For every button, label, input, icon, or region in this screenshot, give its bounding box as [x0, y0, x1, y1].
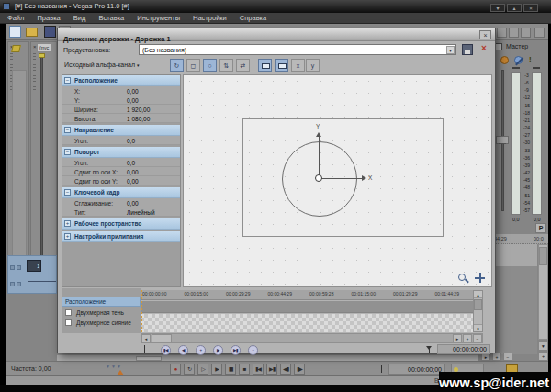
- property-group-header[interactable]: −Направление: [62, 125, 180, 136]
- track-fx-icon[interactable]: [10, 282, 15, 286]
- dialog-titlebar[interactable]: Движение дорожки - Дорожка 1 ×: [58, 28, 495, 41]
- keyframe-ruler[interactable]: 00:00:00:0000:00:15:0000:00:29:2900:00:4…: [141, 290, 473, 300]
- timeline-ruler-fragment[interactable]: 44:29 00:0: [493, 234, 548, 244]
- play-button[interactable]: ▶: [211, 364, 222, 375]
- close-button[interactable]: ×: [523, 4, 538, 12]
- scrollbar-thumb[interactable]: [474, 299, 482, 310]
- snap-y-icon[interactable]: y: [306, 59, 320, 72]
- collapse-toggle-icon[interactable]: +: [64, 233, 71, 240]
- effect-checkbox-row[interactable]: Двухмерное сияние: [62, 318, 141, 328]
- property-group-header[interactable]: −Расположение: [62, 75, 180, 86]
- delete-keyframe-button[interactable]: −: [248, 345, 258, 355]
- track-header[interactable]: 1: [7, 255, 57, 294]
- mixer-downmix-icon[interactable]: [534, 28, 545, 38]
- record-button[interactable]: ●: [170, 364, 181, 375]
- menu-item-справка[interactable]: Справка: [240, 14, 266, 22]
- new-project-icon[interactable]: [9, 26, 21, 38]
- property-value[interactable]: 0,00: [127, 88, 139, 95]
- solo-icon[interactable]: !: [529, 55, 532, 63]
- master-fader-handle[interactable]: [496, 136, 509, 144]
- dock-grip[interactable]: [33, 53, 36, 90]
- zoom-in-icon[interactable]: +: [463, 334, 472, 342]
- marker-icons[interactable]: ▼▼▼: [106, 364, 122, 369]
- last-keyframe-button[interactable]: ▶▮: [231, 345, 241, 355]
- mixer-insert-bus-icon[interactable]: [509, 28, 519, 38]
- collapse-toggle-icon[interactable]: −: [64, 149, 71, 155]
- menu-item-настройки[interactable]: Настройки: [193, 14, 227, 22]
- dock-fader-handle[interactable]: [39, 53, 45, 58]
- menu-item-правка[interactable]: Правка: [37, 14, 60, 22]
- prevent-scaling-icon[interactable]: ⇅: [219, 59, 233, 72]
- scroll-right-icon[interactable]: ▸: [453, 334, 462, 342]
- zoom-out-time-icon[interactable]: −: [503, 353, 512, 361]
- dock-fader-track[interactable]: [40, 55, 43, 263]
- go-to-start-button[interactable]: ▮◀: [253, 364, 264, 375]
- keyframe-cursor-line[interactable]: [141, 290, 142, 332]
- lock-aspect-ratio-icon[interactable]: [258, 59, 272, 72]
- previous-keyframe-button[interactable]: ◀: [178, 345, 188, 355]
- keyframe-vertical-scrollbar[interactable]: ▴ ▾: [473, 290, 483, 332]
- scale-about-center-icon[interactable]: [275, 59, 288, 72]
- collapse-toggle-icon[interactable]: −: [64, 189, 71, 196]
- property-value[interactable]: 0,00: [127, 169, 139, 175]
- scroll-left-icon[interactable]: ◂: [141, 334, 151, 342]
- timeline-vertical-scrollbar[interactable]: [538, 244, 548, 340]
- property-group-header[interactable]: −Поворот: [62, 147, 180, 158]
- play-from-start-button[interactable]: ▷: [197, 364, 208, 375]
- clip-indicator[interactable]: [512, 67, 520, 69]
- prevent-rotation-icon[interactable]: ⇄: [236, 59, 250, 72]
- checkbox[interactable]: [65, 309, 72, 316]
- chevron-down-icon[interactable]: ▾: [446, 46, 455, 54]
- collapse-toggle-icon[interactable]: −: [64, 127, 71, 133]
- keyframe-track[interactable]: [141, 301, 473, 313]
- prevent-movement-icon[interactable]: ○: [203, 59, 217, 72]
- source-alpha-dropdown[interactable]: Исходный альфа-канал ▾: [62, 60, 142, 71]
- step-back-button[interactable]: ◀▮: [280, 364, 291, 375]
- property-value[interactable]: 1 080,00: [127, 116, 150, 122]
- gear-icon[interactable]: [500, 56, 509, 64]
- collapse-toggle-icon[interactable]: +: [64, 220, 71, 227]
- track-thumbnail[interactable]: 1: [27, 260, 41, 272]
- track-mute-icon[interactable]: [10, 265, 15, 270]
- keyframe-track-alpha[interactable]: [141, 314, 473, 332]
- menu-item-инструменты[interactable]: Инструменты: [137, 14, 180, 22]
- stop-button[interactable]: ■: [239, 364, 250, 375]
- motion-canvas[interactable]: Y X: [183, 74, 492, 287]
- snap-x-icon[interactable]: x: [291, 59, 305, 72]
- sync-cursor-icon[interactable]: [144, 345, 152, 353]
- property-value[interactable]: Линейный: [127, 209, 155, 216]
- property-value[interactable]: 0,0: [127, 160, 135, 166]
- scroll-down-icon[interactable]: ▾: [474, 324, 482, 331]
- zoom-in-time-icon[interactable]: +: [492, 353, 501, 361]
- property-value[interactable]: 0,00: [127, 200, 139, 207]
- open-project-icon[interactable]: [26, 28, 38, 37]
- scrollbar-thumb[interactable]: [539, 247, 547, 265]
- magnifier-icon[interactable]: [458, 274, 466, 281]
- property-group-header[interactable]: −Ключевой кадр: [62, 187, 180, 198]
- tool-pen-icon[interactable]: [11, 45, 21, 52]
- menu-item-вставка[interactable]: Вставка: [98, 14, 124, 22]
- track-level-slider[interactable]: [28, 281, 56, 282]
- dialog-close-button[interactable]: ×: [479, 30, 491, 39]
- go-to-end-button[interactable]: ▶▮: [266, 364, 277, 375]
- zoom-in-track-icon[interactable]: +: [538, 352, 548, 361]
- track-solo-icon[interactable]: [17, 265, 21, 270]
- maximize-button[interactable]: ▴: [507, 4, 522, 12]
- menu-item-вид[interactable]: Вид: [73, 14, 86, 22]
- effect-checkbox-row[interactable]: Двухмерная тень: [62, 308, 141, 318]
- property-value[interactable]: 0,00: [127, 97, 139, 104]
- insert-keyframe-button[interactable]: +: [196, 345, 206, 355]
- step-forward-button[interactable]: ▮▶: [294, 364, 305, 375]
- zoom-out-icon[interactable]: −: [473, 334, 482, 342]
- preset-combobox[interactable]: (Без названия) ▾: [139, 44, 456, 55]
- loop-playback-button[interactable]: ↻: [184, 364, 195, 375]
- mute-icon[interactable]: [514, 56, 523, 64]
- scroll-up-icon[interactable]: ▴: [474, 291, 482, 298]
- pane-button[interactable]: P: [535, 223, 546, 233]
- save-project-icon[interactable]: [44, 26, 56, 38]
- track-motion-icon[interactable]: [17, 282, 21, 286]
- first-keyframe-button[interactable]: ▮◀: [161, 345, 171, 355]
- delete-preset-icon[interactable]: ×: [478, 43, 489, 54]
- collapse-toggle-icon[interactable]: −: [64, 77, 71, 84]
- mixer-insert-fx-icon[interactable]: [497, 28, 507, 38]
